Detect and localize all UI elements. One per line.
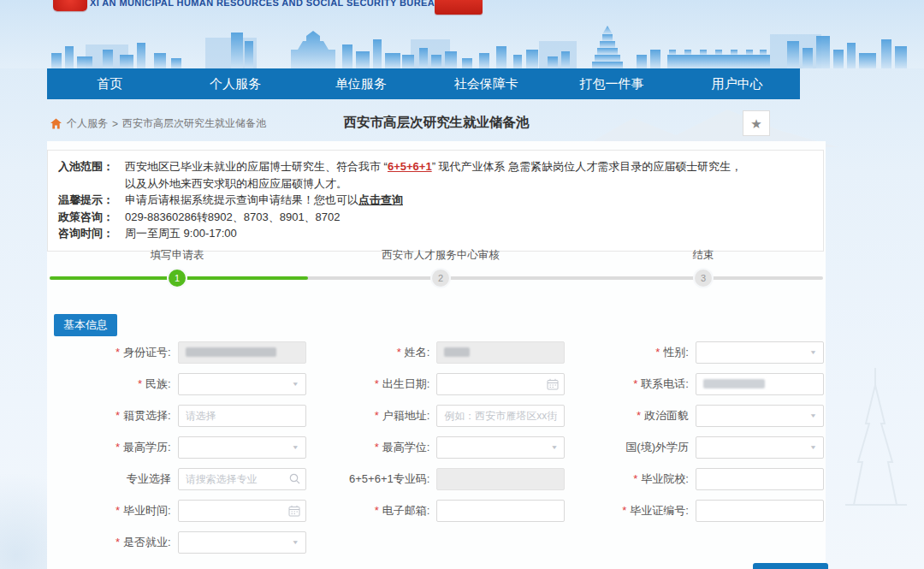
required-mark: *	[116, 409, 120, 422]
field-highest-degree: *最高学位: ▼	[306, 431, 566, 463]
header-banner: XI AN MUNICIPAL HUMAN RESOURCES AND SOCI…	[0, 0, 924, 68]
step-3-label: 结束	[693, 248, 714, 263]
email-input[interactable]	[436, 500, 565, 522]
field-native-place: *籍贯选择:	[47, 400, 306, 431]
foreign-education-label: 国(境)外学历	[625, 441, 689, 453]
major-search-text[interactable]	[186, 473, 289, 485]
nav-item-employer-services[interactable]: 单位服务	[298, 68, 424, 99]
scope-highlight-link[interactable]: 6+5+6+1	[388, 160, 432, 173]
scope-label: 入池范围：	[58, 158, 125, 175]
ethnicity-select[interactable]: ▼	[178, 373, 306, 395]
highest-education-label: 最高学历:	[123, 441, 171, 453]
policy-label: 政策咨询：	[58, 209, 125, 226]
field-highest-education: *最高学历: ▼	[47, 431, 306, 463]
scope-text-after: ” 现代产业体系 急需紧缺岗位人才需求目录的应届硕士研究生，	[432, 160, 743, 173]
bureau-english-title: XI AN MUNICIPAL HUMAN RESOURCES AND SOCI…	[90, 0, 442, 8]
graduation-date-input[interactable]	[178, 500, 306, 522]
required-mark: *	[375, 409, 379, 422]
chevron-down-icon: ▼	[292, 539, 299, 545]
home-icon[interactable]	[50, 118, 62, 129]
required-mark: *	[116, 536, 120, 548]
major-search-input[interactable]	[178, 468, 306, 490]
city-skyline-graphic	[0, 15, 924, 68]
field-name: *姓名:	[306, 336, 566, 368]
field-diploma-number: *毕业证编号:	[565, 495, 824, 526]
chevron-down-icon: ▼	[292, 381, 299, 387]
required-mark: *	[397, 346, 401, 359]
star-icon: ★	[750, 117, 761, 130]
required-mark: *	[375, 377, 379, 390]
name-input[interactable]	[436, 341, 565, 364]
birth-date-text[interactable]	[444, 378, 547, 390]
foreign-education-select[interactable]: ▼	[696, 436, 824, 459]
graduate-school-input[interactable]	[696, 468, 824, 490]
field-employed: *是否就业: ▼	[47, 526, 306, 558]
gender-select[interactable]: ▼	[696, 341, 824, 364]
employment-status-select[interactable]: ▼	[178, 531, 306, 554]
nav-item-home[interactable]: 首页	[47, 68, 173, 99]
progress-steps: 填写申请表 西安市人才服务中心审核 结束 1 2 3	[47, 244, 826, 304]
nav-item-package-services[interactable]: 打包一件事	[549, 68, 675, 99]
gender-label: 性别:	[663, 346, 689, 359]
required-mark: *	[637, 409, 641, 422]
notice-tip-row: 温馨提示： 申请后请根据系统提示查询申请结果！您也可以点击查询	[58, 192, 813, 209]
redacted-value	[703, 379, 765, 388]
header-red-seal	[435, 0, 483, 15]
breadcrumb-separator: >	[112, 118, 118, 130]
id-number-input[interactable]	[178, 341, 306, 364]
highest-degree-select[interactable]: ▼	[436, 436, 565, 459]
field-major-code: 6+5+6+1专业码:	[306, 463, 566, 495]
nav-item-user-center[interactable]: 用户中心	[674, 68, 800, 99]
required-mark: *	[655, 346, 660, 359]
nav-item-social-security-card[interactable]: 社会保障卡	[424, 68, 549, 99]
breadcrumb-link-personal-services[interactable]: 个人服务	[67, 116, 108, 131]
notice-hours-row: 咨询时间： 周一至周五 9:00-17:00	[58, 225, 813, 242]
native-place-label: 籍贯选择:	[123, 409, 171, 422]
employed-label: 是否就业:	[123, 536, 171, 548]
required-mark: *	[622, 504, 626, 517]
empty-cell	[306, 526, 566, 558]
required-mark: *	[138, 377, 142, 390]
diploma-number-label: 毕业证编号:	[630, 504, 689, 517]
calendar-icon	[288, 505, 300, 517]
step-2-label: 西安市人才服务中心审核	[382, 248, 500, 263]
diploma-number-input[interactable]	[696, 500, 824, 522]
tip-query-link[interactable]: 点击查询	[358, 193, 403, 206]
content-panel: 入池范围： 西安地区已毕业未就业的应届博士研究生、符合我市 “6+5+6+1” …	[47, 141, 826, 569]
graduation-date-text[interactable]	[186, 505, 288, 517]
required-mark: *	[633, 472, 637, 485]
field-gender: *性别: ▼	[565, 336, 824, 368]
graduation-date-label: 毕业时间:	[123, 504, 171, 517]
step-1-label: 填写申请表	[151, 248, 204, 263]
field-household-address: *户籍地址:	[306, 400, 566, 431]
field-id-number: *身份证号:	[47, 336, 306, 368]
favorite-button[interactable]: ★	[743, 110, 770, 136]
step-3-circle: 3	[695, 270, 712, 287]
breadcrumb: 个人服务 > 西安市高层次研究生就业储备池	[50, 116, 266, 131]
birth-date-label: 出生日期:	[382, 377, 430, 390]
basic-info-form: *身份证号: *姓名: *性别: ▼ *民族: ▼ *出生日期:	[47, 336, 824, 558]
political-status-select[interactable]: ▼	[696, 405, 824, 427]
required-mark: *	[116, 346, 120, 359]
required-mark: *	[375, 441, 379, 453]
phone-input[interactable]	[696, 373, 824, 395]
native-place-input[interactable]	[178, 405, 306, 427]
field-foreign-education: 国(境)外学历 ▼	[565, 431, 824, 463]
submit-button[interactable]	[753, 563, 828, 569]
hours-value: 周一至周五 9:00-17:00	[125, 225, 813, 242]
tip-text: 申请后请根据系统提示查询申请结果！您也可以	[125, 193, 358, 206]
tip-label: 温馨提示：	[58, 192, 125, 209]
highest-education-select[interactable]: ▼	[178, 436, 306, 459]
nav-item-personal-services[interactable]: 个人服务	[173, 68, 299, 99]
policy-value: 029-88360286转8902、8703、8901、8702	[125, 209, 813, 226]
hours-label: 咨询时间：	[58, 225, 125, 242]
birth-date-input[interactable]	[436, 373, 565, 395]
major-select-label: 专业选择	[127, 472, 171, 485]
household-address-input[interactable]	[436, 405, 565, 427]
calendar-icon	[547, 378, 559, 390]
scope-text-before: 西安地区已毕业未就业的应届博士研究生、符合我市 “	[125, 160, 388, 173]
step-2-circle: 2	[432, 270, 449, 287]
notice-scope-row: 入池范围： 西安地区已毕业未就业的应届博士研究生、符合我市 “6+5+6+1” …	[58, 158, 813, 192]
chevron-down-icon: ▼	[809, 349, 817, 355]
major-code-input[interactable]	[436, 468, 565, 490]
